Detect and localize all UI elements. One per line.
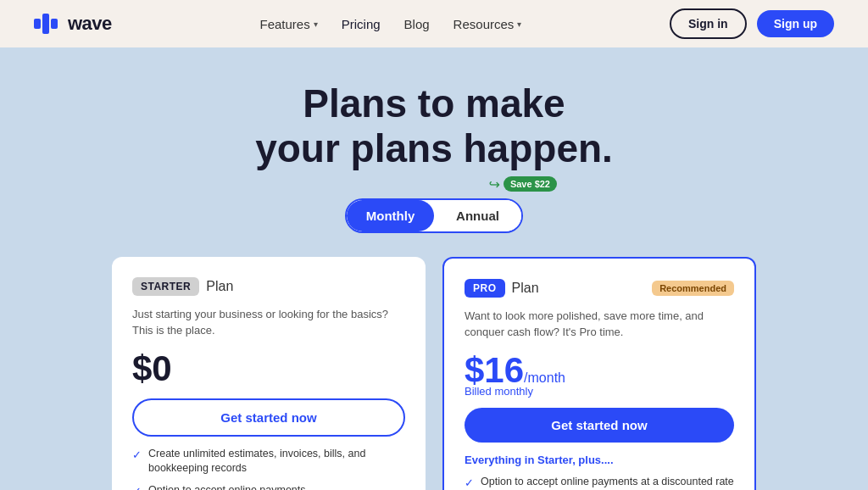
starter-cta-button[interactable]: Get started now: [132, 398, 405, 437]
chevron-down-icon: ▾: [314, 19, 318, 29]
logo-icon: [34, 12, 61, 36]
save-badge-wrapper: ↩ Save $22: [489, 176, 557, 192]
check-icon: ✓: [132, 448, 142, 463]
starter-plan-header: STARTER Plan: [132, 277, 405, 296]
nav-links: Features ▾ Pricing Blog Resources ▾: [260, 17, 522, 31]
nav-pricing[interactable]: Pricing: [342, 17, 381, 31]
starter-features-list: ✓ Create unlimited estimates, invoices, …: [132, 447, 405, 490]
navbar: wave Features ▾ Pricing Blog Resources ▾…: [0, 0, 868, 47]
list-item: ✓ Create unlimited estimates, invoices, …: [132, 447, 405, 476]
list-item: Everything in Starter, plus....: [465, 453, 734, 468]
signin-button[interactable]: Sign in: [670, 8, 747, 39]
recommended-badge: Recommended: [652, 281, 734, 296]
svg-rect-2: [51, 19, 58, 29]
starter-description: Just starting your business or looking f…: [132, 306, 405, 339]
svg-rect-0: [34, 19, 41, 29]
pro-price-block: $16/month Billed monthly: [465, 351, 734, 398]
check-icon: ✓: [465, 476, 474, 490]
signup-button[interactable]: Sign up: [757, 10, 834, 37]
pro-price-billed: Billed monthly: [465, 385, 734, 398]
pro-price: $16/month: [465, 350, 565, 390]
pro-plan-label: Plan: [512, 281, 539, 296]
annual-toggle-button[interactable]: Annual: [434, 200, 521, 231]
monthly-toggle-button[interactable]: Monthly: [347, 200, 434, 231]
billing-toggle-container: ↩ Save $22 Monthly Annual: [345, 198, 523, 233]
logo[interactable]: wave: [34, 12, 112, 36]
arrow-icon: ↩: [489, 176, 500, 192]
pro-description: Want to look more polished, save more ti…: [465, 308, 734, 341]
starter-badge: STARTER: [132, 277, 199, 296]
starter-price: $0: [132, 349, 405, 388]
starter-plan-label: Plan: [206, 279, 233, 294]
billing-toggle[interactable]: Monthly Annual: [345, 198, 523, 233]
list-item: ✓ Option to accept online payments at a …: [465, 475, 734, 490]
pro-plan-card: PRO Plan Recommended Want to look more p…: [442, 257, 756, 490]
logo-text: wave: [68, 13, 112, 35]
pro-badge: PRO: [465, 279, 505, 298]
pro-plan-header: PRO Plan Recommended: [465, 279, 734, 298]
nav-features[interactable]: Features ▾: [260, 17, 318, 31]
hero-title: Plans to make your plans happen.: [255, 81, 613, 171]
svg-rect-1: [42, 14, 49, 34]
save-badge: Save $22: [504, 176, 557, 192]
pro-features-list: Everything in Starter, plus.... ✓ Option…: [465, 453, 734, 490]
chevron-down-icon: ▾: [517, 19, 521, 29]
check-icon: ✓: [132, 484, 142, 490]
plans-grid: STARTER Plan Just starting your business…: [112, 257, 756, 490]
main-content: Plans to make your plans happen. ↩ Save …: [0, 47, 868, 490]
nav-blog[interactable]: Blog: [404, 17, 430, 31]
list-item: ✓ Option to accept online payments: [132, 483, 405, 490]
nav-resources[interactable]: Resources ▾: [453, 17, 522, 31]
nav-actions: Sign in Sign up: [670, 8, 834, 39]
starter-plan-card: STARTER Plan Just starting your business…: [112, 257, 426, 490]
pro-cta-button[interactable]: Get started now: [465, 408, 734, 443]
